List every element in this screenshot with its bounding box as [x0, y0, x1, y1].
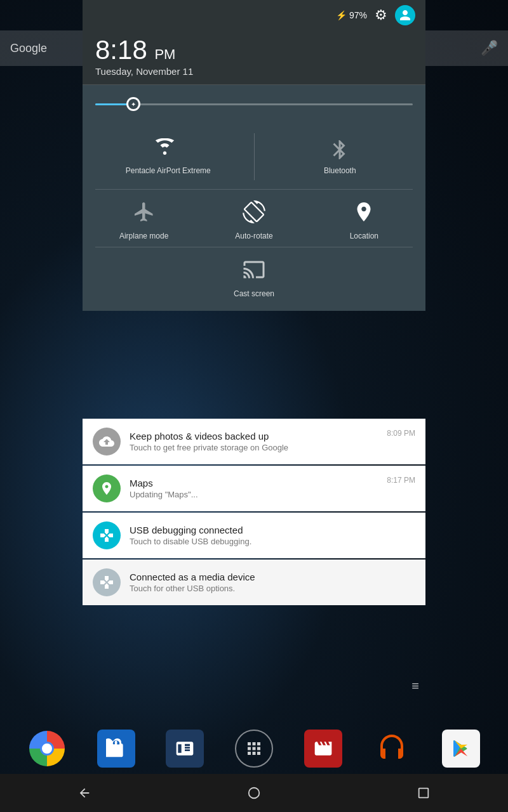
nav-bar [0, 774, 508, 812]
notification-settings-icon[interactable]: ≡ [411, 679, 419, 693]
bluetooth-toggle[interactable]: Bluetooth [255, 133, 426, 180]
notif-icon-media [93, 568, 121, 596]
archive-icon[interactable] [97, 730, 135, 768]
date: Tuesday, November 11 [95, 66, 413, 77]
notif-time-maps: 8:17 PM [387, 476, 415, 485]
notif-icon-maps [93, 475, 121, 502]
notification-media-device[interactable]: Connected as a media device Touch for ot… [83, 560, 425, 605]
sun-icon: ✦ [131, 101, 136, 108]
settings-icon[interactable]: ⚙ [375, 7, 387, 23]
battery-percent: 97% [349, 10, 367, 20]
video-icon[interactable] [304, 730, 342, 768]
headphones-icon[interactable] [373, 730, 411, 768]
notif-title-media: Connected as a media device [130, 572, 406, 582]
news-icon[interactable] [166, 730, 204, 768]
airplane-icon-wrap [128, 196, 160, 228]
autorotate-toggle[interactable]: Auto-rotate [219, 196, 289, 240]
notif-body-photos: Touch to get free private storage on Goo… [130, 443, 378, 452]
launcher-icon[interactable] [235, 730, 273, 768]
status-bar: ⚡ 97% ⚙ [83, 0, 425, 30]
notif-icon-photos [93, 428, 121, 455]
cast-icon-wrap [238, 254, 270, 285]
notif-icon-usb-debug [93, 521, 121, 549]
location-label: Location [350, 232, 378, 240]
toggle-separator-2 [95, 247, 413, 247]
battery-icon: ⚡ [336, 10, 347, 20]
autorotate-icon-wrap [238, 196, 270, 228]
time: 8:18 PM [95, 36, 413, 65]
recent-button[interactable] [404, 780, 443, 806]
notif-time-photos: 8:09 PM [387, 429, 415, 438]
cast-row: Cast screen [83, 251, 425, 301]
slider-thumb[interactable]: ✦ [126, 97, 140, 111]
slider-thumb-inner: ✦ [128, 99, 138, 109]
toggle-row-2: Airplane mode Auto-rotate Location [83, 193, 425, 243]
notif-content-media: Connected as a media device Touch for ot… [130, 572, 406, 593]
airplane-toggle[interactable]: Airplane mode [109, 196, 179, 240]
google-logo: Google [10, 42, 47, 55]
bluetooth-label: Bluetooth [324, 166, 356, 175]
notification-panel: ⚡ 97% ⚙ 8:18 PM Tuesday, November 11 ✦ [83, 0, 425, 311]
bottom-dock [0, 723, 508, 774]
mic-icon[interactable]: 🎤 [481, 40, 498, 56]
notif-title-usb-debug: USB debugging connected [130, 525, 406, 535]
location-icon-wrap [348, 196, 380, 228]
quick-toggles: Pentacle AirPort Extreme Bluetooth Airpl… [83, 123, 425, 311]
notif-content-maps: Maps Updating "Maps"... [130, 478, 378, 499]
brightness-section: ✦ [83, 85, 425, 123]
notif-body-media: Touch for other USB options. [130, 584, 406, 593]
wifi-label: Pentacle AirPort Extreme [126, 166, 211, 175]
back-button[interactable] [65, 780, 104, 806]
cast-toggle[interactable]: Cast screen [219, 254, 289, 298]
airplane-label: Airplane mode [119, 232, 168, 240]
svg-rect-1 [418, 789, 428, 798]
location-toggle[interactable]: Location [329, 196, 399, 240]
wifi-toggle[interactable]: Pentacle AirPort Extreme [83, 133, 255, 180]
home-button[interactable] [235, 780, 273, 806]
notif-content-photos: Keep photos & videos backed up Touch to … [130, 431, 378, 452]
notif-content-usb-debug: USB debugging connected Touch to disable… [130, 525, 406, 546]
cast-label: Cast screen [234, 289, 274, 298]
notification-maps[interactable]: Maps Updating "Maps"... 8:17 PM [83, 466, 425, 511]
notification-photos[interactable]: Keep photos & videos backed up Touch to … [83, 419, 425, 464]
wifi-bt-row: Pentacle AirPort Extreme Bluetooth [83, 128, 425, 185]
avatar[interactable] [395, 5, 415, 25]
chrome-icon[interactable] [28, 730, 66, 768]
notif-title-maps: Maps [130, 478, 378, 488]
notifications-area: Keep photos & videos backed up Touch to … [83, 419, 425, 606]
battery-info: ⚡ 97% [336, 10, 367, 20]
notification-usb-debug[interactable]: USB debugging connected Touch to disable… [83, 513, 425, 558]
time-display: 8:18 PM Tuesday, November 11 [83, 30, 425, 84]
chrome-app[interactable] [29, 731, 65, 766]
notif-title-photos: Keep photos & videos backed up [130, 431, 378, 442]
brightness-slider[interactable]: ✦ [95, 95, 413, 113]
notif-body-usb-debug: Touch to disable USB debugging. [130, 537, 406, 546]
slider-track: ✦ [95, 103, 413, 105]
toggle-separator [95, 189, 413, 190]
autorotate-label: Auto-rotate [235, 232, 272, 240]
notif-body-maps: Updating "Maps"... [130, 490, 378, 499]
play-store-icon[interactable] [442, 730, 480, 768]
svg-point-0 [249, 788, 260, 799]
